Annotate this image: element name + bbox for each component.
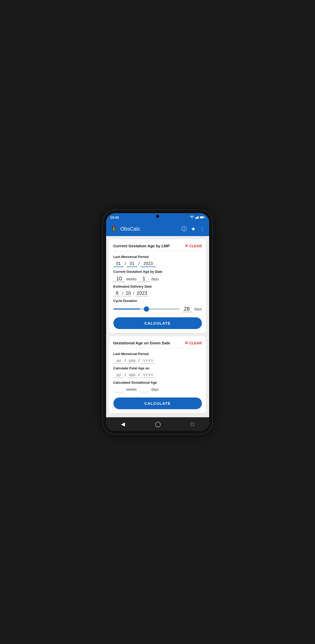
card2-lmp-date-row: / / [113, 358, 202, 364]
card2-date-sep-1: / [125, 358, 126, 363]
card2-lmp-label: Last Menstrual Period [113, 352, 202, 356]
card1-title: Current Gestation Age by LMP [113, 244, 170, 248]
svg-rect-2 [197, 217, 198, 219]
wifi-icon [190, 216, 194, 219]
fetal-month-input[interactable] [127, 372, 137, 378]
result-days-unit: days [151, 387, 159, 392]
edd-year-value: 2023 [135, 291, 148, 296]
nav-home-icon[interactable]: ◯ [155, 421, 161, 427]
card1-calculate-button[interactable]: CALCULATE [113, 317, 202, 329]
card2-calculate-button[interactable]: CALCULATE [113, 397, 202, 409]
card1-clear-button[interactable]: ✕ CLEAR [185, 243, 202, 248]
cycle-days-unit: days [194, 307, 202, 311]
content-area: Current Gestation Age by LMP ✕ CLEAR Las… [106, 236, 209, 417]
result-weeks-unit: weeks [126, 387, 137, 392]
result-weeks-value [113, 387, 125, 392]
edd-label: Estimated Delivery Date [113, 285, 202, 288]
app-bar-actions: ⓘ ★ ⋮ [182, 225, 205, 232]
edd-sep-2: / [133, 291, 134, 296]
edd-day-value: 8 [113, 291, 121, 296]
date-sep-1: / [125, 261, 126, 266]
gestation-result-row: 10 weeks 1 days [113, 276, 202, 282]
edd-date-row: 8 / 10 / 2023 [113, 291, 202, 296]
card2-lmp-year-input[interactable] [140, 358, 156, 364]
help-icon[interactable]: ⓘ [182, 225, 187, 232]
nav-back-icon[interactable]: ◀ [121, 421, 125, 427]
lmp-label: Last Menstrual Period [113, 255, 202, 259]
result-days-value [138, 387, 150, 392]
gestation-days-unit: days [151, 277, 159, 281]
cycle-slider-container: 28 days [113, 306, 202, 312]
svg-rect-1 [196, 217, 197, 219]
card-gestational-date: Gestational Age on Given Date ✕ CLEAR La… [109, 336, 206, 413]
gestation-weeks-value: 10 [113, 276, 125, 282]
svg-rect-3 [198, 216, 198, 219]
card2-lmp-month-input[interactable] [127, 358, 137, 364]
nav-bar: ◀ ◯ □ [106, 417, 209, 431]
card1-header: Current Gestation Age by LMP ✕ CLEAR [113, 243, 202, 251]
result-row: weeks days [113, 387, 202, 392]
app-bar: 🚦 ObsCalc ⓘ ★ ⋮ [106, 222, 209, 236]
edd-sep-1: / [122, 291, 123, 296]
result-label: Calculated Gestational Age [113, 381, 202, 384]
cycle-slider[interactable] [113, 308, 179, 310]
card2-lmp-day-input[interactable] [113, 358, 124, 364]
fetal-day-input[interactable] [113, 372, 124, 378]
gestation-weeks-unit: weeks [126, 277, 137, 281]
fetal-sep-1: / [125, 373, 126, 377]
nav-recent-icon[interactable]: □ [191, 421, 194, 427]
svg-rect-6 [204, 217, 205, 218]
stroller-icon: 🚦 [110, 225, 117, 232]
lmp-date-row: / / [113, 261, 202, 267]
phone-frame: 10:43 [103, 210, 212, 434]
fetal-year-input[interactable] [140, 372, 156, 378]
date-sep-2: / [138, 261, 139, 266]
phone-screen: 10:43 [106, 213, 209, 431]
card-lmp-current: Current Gestation Age by LMP ✕ CLEAR Las… [109, 239, 206, 333]
card2-clear-button[interactable]: ✕ CLEAR [185, 340, 202, 345]
svg-rect-5 [200, 217, 203, 218]
camera-notch [156, 215, 159, 218]
status-icons [190, 216, 205, 219]
cycle-label: Cycle Duration [113, 299, 202, 303]
fetal-date-row: / / [113, 372, 202, 378]
cycle-days-value: 28 [182, 306, 191, 312]
card2-header: Gestational Age on Given Date ✕ CLEAR [113, 340, 202, 348]
card2-title: Gestational Age on Given Date [113, 341, 170, 345]
lmp-year-input[interactable] [140, 261, 156, 267]
status-time: 10:43 [110, 216, 119, 219]
gestation-label: Current Gestation Age by Date [113, 270, 202, 274]
fetal-sep-2: / [138, 373, 139, 377]
slider-row: 28 days [113, 306, 202, 312]
fetal-age-label: Calculate Fetal Age on [113, 366, 202, 370]
more-icon[interactable]: ⋮ [200, 226, 205, 232]
battery-icon [200, 216, 205, 219]
card2-date-sep-2: / [138, 358, 139, 363]
svg-rect-0 [195, 218, 196, 219]
lmp-day-input[interactable] [113, 261, 124, 267]
card2-clear-label: CLEAR [189, 341, 202, 345]
app-title: ObsCalc [120, 226, 178, 232]
clear-x-icon: ✕ [185, 243, 188, 248]
gestation-days-value: 1 [138, 276, 150, 282]
star-icon[interactable]: ★ [191, 226, 196, 232]
edd-month-value: 10 [124, 291, 132, 296]
clear-x2-icon: ✕ [185, 340, 188, 345]
card1-clear-label: CLEAR [189, 244, 202, 248]
lmp-month-input[interactable] [127, 261, 137, 267]
signal-icon [195, 216, 199, 219]
